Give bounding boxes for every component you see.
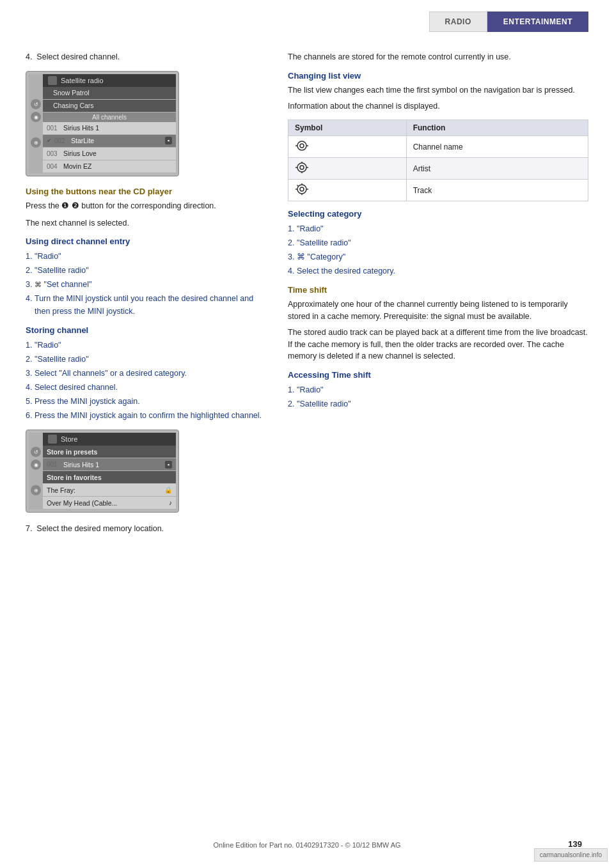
section-accessing-heading: Accessing Time shift bbox=[288, 370, 588, 380]
track-icon bbox=[295, 187, 309, 197]
page-number: 139 bbox=[568, 839, 582, 849]
tab-entertainment[interactable]: ENTERTAINMENT bbox=[487, 12, 588, 32]
timeshift-body2: The stored audio track can be played bac… bbox=[288, 327, 588, 362]
device-row-chasingcars: ♪ Chasing Cars bbox=[43, 100, 176, 112]
device-row-001: 001 Sirius Hits 1 bbox=[43, 122, 176, 135]
symbol-function-table: Symbol Function bbox=[288, 120, 588, 201]
device-title-2: Store bbox=[61, 435, 77, 443]
device-screen-2: ↺ ◉ ⊕ Store Store in presets bbox=[26, 430, 179, 513]
section-direct-entry-heading: Using direct channel entry bbox=[26, 236, 269, 246]
device-row-store-fray: The Fray: 🔒 bbox=[43, 484, 176, 497]
step4-label: 4. Select desired channel. bbox=[26, 51, 269, 63]
svg-point-4 bbox=[297, 163, 306, 172]
table-row-channel: Channel name bbox=[288, 136, 588, 158]
svg-point-1 bbox=[300, 144, 304, 148]
table-cell-symbol-3 bbox=[288, 180, 407, 201]
ctrl-btn2-top[interactable]: ↺ bbox=[31, 447, 41, 457]
ctrl-btn-top[interactable]: ↺ bbox=[31, 99, 41, 109]
table-row-artist: Artist bbox=[288, 158, 588, 180]
accessing-item-1: "Radio" bbox=[297, 384, 588, 396]
section-changing-heading: Changing list view bbox=[288, 71, 588, 81]
ctrl-btn2-bot[interactable]: ⊕ bbox=[31, 485, 41, 495]
timeshift-body1: Approximately one hour of the channel cu… bbox=[288, 298, 588, 323]
left-column: 4. Select desired channel. ↺ ◉ ⊕ Satelli… bbox=[26, 51, 269, 540]
table-row-track: Track bbox=[288, 180, 588, 201]
device-row-004: 004 Movin EZ bbox=[43, 160, 176, 173]
svg-point-10 bbox=[297, 185, 306, 194]
page-content: 4. Select desired channel. ↺ ◉ ⊕ Satelli… bbox=[0, 32, 614, 566]
section-timeshift-heading: Time shift bbox=[288, 285, 588, 295]
table-col-function: Function bbox=[406, 120, 588, 136]
device-category-bar: All channels bbox=[43, 112, 176, 122]
ctrl-btn-bot[interactable]: ⊕ bbox=[31, 137, 41, 148]
device-title-bar-1: Satellite radio bbox=[43, 74, 176, 87]
header-tabs: RADIO ENTERTAINMENT bbox=[0, 0, 614, 32]
selecting-item-1: "Radio" bbox=[297, 222, 588, 235]
ctrl-btn2-mid[interactable]: ◉ bbox=[31, 460, 41, 470]
svg-point-0 bbox=[297, 141, 306, 150]
section-buttons-cd-body1: Press the ❶ ❷ button for the correspondi… bbox=[26, 200, 269, 212]
device-row-003: 003 Sirius Love bbox=[43, 148, 176, 160]
direct-entry-item-3: ⌘ "Set channel" bbox=[35, 278, 269, 291]
table-cell-function-3: Track bbox=[406, 180, 588, 201]
section-accessing: Accessing Time shift "Radio" "Satellite … bbox=[288, 370, 588, 410]
selecting-list: "Radio" "Satellite radio" ⌘ "Category" S… bbox=[297, 222, 588, 277]
changing-body1: The list view changes each time the firs… bbox=[288, 84, 588, 97]
accessing-list: "Radio" "Satellite radio" bbox=[297, 384, 588, 410]
watermark: carmanualsonline.info bbox=[534, 848, 608, 862]
right-column: The channels are stored for the remote c… bbox=[288, 51, 588, 540]
device-title-1: Satellite radio bbox=[61, 77, 104, 84]
device-row-store-presets: Store in presets bbox=[43, 446, 176, 458]
section-buttons-cd-heading: Using the buttons near the CD player bbox=[26, 187, 269, 196]
satellite-icon bbox=[48, 76, 57, 85]
device-title-bar-2: Store bbox=[43, 433, 176, 446]
device-screen-1: ↺ ◉ ⊕ Satellite radio ♪ Snow Patrol bbox=[26, 71, 179, 176]
storing-item-6: Press the MINI joystick again to confirm… bbox=[35, 409, 269, 422]
table-cell-symbol-2 bbox=[288, 158, 407, 180]
section-changing-list: Changing list view The list view changes… bbox=[288, 71, 588, 112]
direct-entry-list: "Radio" "Satellite radio" ⌘ "Set channel… bbox=[35, 250, 269, 318]
storing-item-5: Press the MINI joystick again. bbox=[35, 395, 269, 408]
device-row-002: ✔ 002 StarLite ▪ bbox=[43, 135, 176, 148]
device-row-store-cable: Over My Head (Cable... ♪ bbox=[43, 497, 176, 509]
svg-line-16 bbox=[297, 185, 299, 187]
direct-entry-item-2: "Satellite radio" bbox=[35, 264, 269, 277]
device-row-snowpatrol: ♪ Snow Patrol bbox=[43, 87, 176, 100]
changing-body2: Information about the channel is display… bbox=[288, 100, 588, 112]
ctrl-btn-mid[interactable]: ◉ bbox=[31, 112, 41, 122]
section-selecting: Selecting category "Radio" "Satellite ra… bbox=[288, 209, 588, 277]
svg-point-5 bbox=[300, 166, 304, 169]
section-buttons-cd-body2: The next channel is selected. bbox=[26, 217, 269, 229]
step7-label: 7. Select the desired memory location. bbox=[26, 523, 269, 535]
direct-entry-item-4: Turn the MINI joystick until you reach t… bbox=[35, 292, 269, 318]
storing-list: "Radio" "Satellite radio" Select "All ch… bbox=[35, 339, 269, 422]
selecting-item-3: ⌘ "Category" bbox=[297, 251, 588, 263]
artist-icon bbox=[295, 165, 309, 175]
table-cell-function-1: Channel name bbox=[406, 136, 588, 158]
intro-text: The channels are stored for the remote c… bbox=[288, 51, 588, 63]
table-cell-function-2: Artist bbox=[406, 158, 588, 180]
section-buttons-cd: Using the buttons near the CD player Pre… bbox=[26, 187, 269, 229]
storing-item-4: Select desired channel. bbox=[35, 381, 269, 394]
footer-text: Online Edition for Part no. 01402917320 … bbox=[213, 841, 400, 849]
section-direct-entry: Using direct channel entry "Radio" "Sate… bbox=[26, 236, 269, 318]
section-storing-heading: Storing channel bbox=[26, 325, 269, 335]
table-cell-symbol-1 bbox=[288, 136, 407, 158]
satellite-icon-2 bbox=[48, 435, 57, 444]
svg-point-11 bbox=[300, 187, 304, 191]
selecting-item-4: Select the desired category. bbox=[297, 265, 588, 277]
accessing-item-2: "Satellite radio" bbox=[297, 398, 588, 410]
table-col-symbol: Symbol bbox=[288, 120, 407, 136]
device-row-store-favs: Store in favorites bbox=[43, 471, 176, 484]
device-row-store-001: 001 Sirius Hits 1 ▪ bbox=[43, 458, 176, 471]
storing-item-3: Select "All channels" or a desired categ… bbox=[35, 367, 269, 380]
section-selecting-heading: Selecting category bbox=[288, 209, 588, 219]
direct-entry-item-1: "Radio" bbox=[35, 250, 269, 263]
storing-item-2: "Satellite radio" bbox=[35, 353, 269, 366]
tab-radio[interactable]: RADIO bbox=[429, 12, 487, 32]
storing-item-1: "Radio" bbox=[35, 339, 269, 352]
section-storing: Storing channel "Radio" "Satellite radio… bbox=[26, 325, 269, 422]
selecting-item-2: "Satellite radio" bbox=[297, 236, 588, 249]
channel-icon bbox=[295, 143, 309, 153]
section-timeshift: Time shift Approximately one hour of the… bbox=[288, 285, 588, 362]
